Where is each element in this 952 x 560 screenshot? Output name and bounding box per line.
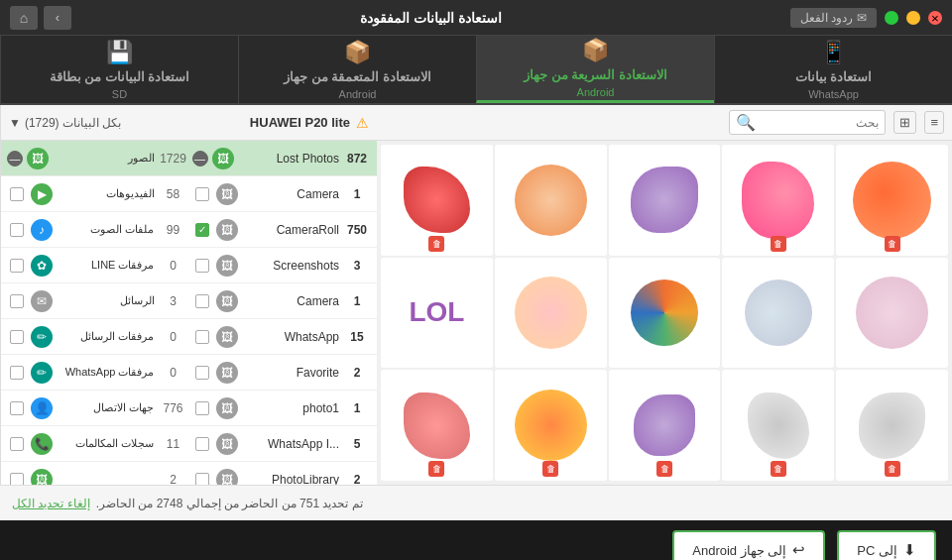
photo-cell[interactable] — [495, 258, 607, 369]
checkbox[interactable] — [195, 473, 209, 486]
restore-to-pc-button[interactable]: ⬇ إلى PC — [837, 530, 936, 560]
checkbox-right[interactable] — [10, 187, 24, 201]
tab-android-deep-main: الاستعادة المتعمقة من جهاز — [284, 69, 431, 84]
file-row[interactable]: 1 Camera 🖼 58 الفيديوهات ▶ — [1, 176, 377, 212]
file-type-icon: 🖼 — [216, 326, 238, 348]
checkbox[interactable] — [195, 366, 209, 380]
title-bar-controls: × ✉ ردود الفعل — [790, 8, 942, 28]
checkbox-right[interactable] — [10, 473, 24, 486]
file-row[interactable]: 750 CameraRoll 🖼 ✓ 99 ملفات الصوت ♪ — [1, 212, 377, 248]
checkbox[interactable] — [195, 294, 209, 308]
arabic-name: الصور — [53, 152, 155, 165]
delete-badge: 🗑 — [656, 461, 672, 477]
tab-android-quick-icon: 📦 — [582, 38, 609, 63]
photo-thumbnail — [634, 394, 695, 455]
feedback-button[interactable]: ✉ ردود الفعل — [790, 8, 877, 28]
file-num: 776 — [159, 401, 188, 415]
photo-grid: 🗑 🗑 🗑 — [377, 141, 952, 485]
file-type-icon: 🖼 — [216, 469, 238, 486]
photo-thumbnail — [631, 167, 698, 233]
android-icon: ↩ — [792, 541, 805, 559]
checkbox-right[interactable] — [10, 330, 24, 344]
file-row[interactable]: 3 Screenshots 🖼 0 مرفقات LINE ✿ — [1, 248, 377, 283]
photo-thumbnail — [404, 392, 471, 459]
tab-whatsapp[interactable]: 📱 استعادة بيانات WhatsApp — [714, 36, 952, 103]
file-row[interactable]: 872 Lost Photos 🖼 — 1729 الصور 🖼 — — [1, 141, 377, 176]
minimize-button[interactable] — [906, 11, 920, 25]
checkbox-right[interactable] — [10, 401, 24, 415]
photo-thumbnail — [856, 277, 928, 349]
minus-button-right[interactable]: — — [7, 151, 23, 167]
file-count: 1 — [343, 187, 371, 201]
photo-cell[interactable]: 🗑 — [836, 370, 948, 481]
file-name: Camera — [242, 294, 340, 308]
checkbox-right[interactable] — [10, 366, 24, 380]
checkbox[interactable] — [195, 187, 209, 201]
photo-cell[interactable] — [495, 145, 607, 256]
tab-android-deep[interactable]: 📦 الاستعادة المتعمقة من جهاز Android — [238, 36, 476, 103]
checkbox-right[interactable] — [10, 437, 24, 451]
checkbox[interactable] — [195, 330, 209, 344]
deselect-all-link[interactable]: إلغاء تحديد الكل — [12, 497, 90, 510]
tab-android-quick[interactable]: 📦 الاستعادة السريعة من جهاز Android — [476, 36, 714, 103]
arabic-type-icon: ✉ — [31, 290, 53, 312]
photo-thumbnail: LOL — [401, 277, 473, 349]
file-row[interactable]: 1 photo1 🖼 776 جهات الاتصال 👤 — [1, 391, 377, 426]
file-type-icon: 🖼 — [216, 219, 238, 241]
photo-cell[interactable]: 🗑 — [836, 145, 948, 256]
feedback-icon: ✉ — [857, 11, 867, 25]
file-row[interactable]: 2 PhotoLibrary 🖼 2 🖼 — [1, 462, 377, 485]
file-type-icon: 🖼 — [216, 183, 238, 205]
right-panel: ⚠ HUAWEI P20 lite بكل البيانات (1729) ▼ … — [0, 105, 377, 485]
file-num: 3 — [159, 294, 188, 308]
file-row[interactable]: 15 WhatsApp 🖼 0 مرفقات الرسائل ✏ — [1, 319, 377, 355]
photo-cell[interactable]: 🗑 — [381, 145, 493, 256]
photo-cell[interactable]: 🗑 — [722, 370, 834, 481]
close-button[interactable]: × — [928, 11, 942, 25]
search-box: 🔍 — [729, 110, 886, 135]
maximize-button[interactable] — [885, 11, 898, 25]
file-num: 0 — [159, 366, 188, 380]
checkbox[interactable] — [195, 401, 209, 415]
photo-cell[interactable]: 🗑 — [609, 370, 721, 481]
status-text: تم تحديد 751 من الحاضر من إجمالي 2748 من… — [96, 497, 363, 510]
file-row[interactable]: 1 Camera 🖼 3 الرسائل ✉ — [1, 283, 377, 319]
checkbox[interactable] — [195, 259, 209, 273]
checkbox-right[interactable] — [10, 223, 24, 237]
photo-cell[interactable] — [609, 145, 721, 256]
photo-cell[interactable]: 🗑 — [381, 370, 493, 481]
photo-cell[interactable]: 🗑 — [495, 370, 607, 481]
minus-button[interactable]: — — [192, 151, 208, 167]
download-icon: ⬇ — [903, 541, 916, 559]
arabic-type-icon: 🖼 — [27, 148, 49, 169]
arabic-type-icon: ▶ — [31, 183, 53, 205]
photo-cell[interactable] — [836, 258, 948, 369]
checkbox-right[interactable] — [10, 294, 24, 308]
file-type-icon: 🖼 — [216, 255, 238, 277]
grid-view-button[interactable]: ⊞ — [893, 111, 916, 134]
photo-cell[interactable] — [609, 258, 721, 369]
left-panel: ≡ ⊞ 🔍 🗑 🗑 — [377, 105, 952, 485]
search-input[interactable] — [760, 116, 879, 130]
photo-thumbnail — [515, 390, 587, 462]
photo-cell[interactable] — [722, 258, 834, 369]
checkbox[interactable]: ✓ — [195, 223, 209, 237]
list-view-button[interactable]: ≡ — [924, 111, 944, 134]
home-button[interactable]: ⌂ — [10, 6, 38, 30]
status-bar: تم تحديد 751 من الحاضر من إجمالي 2748 من… — [0, 485, 952, 520]
photo-cell[interactable]: LOL — [381, 258, 493, 369]
delete-badge: 🗑 — [428, 236, 444, 252]
restore-to-android-button[interactable]: ↩ إلى جهاز Android — [672, 530, 825, 560]
checkbox-right[interactable] — [10, 259, 24, 273]
checkbox[interactable] — [195, 437, 209, 451]
filter-dropdown[interactable]: بكل البيانات (1729) ▼ — [9, 116, 121, 130]
file-row[interactable]: 2 Favorite 🖼 0 مرفقات WhatsApp ✏ — [1, 355, 377, 391]
tab-sd[interactable]: 💾 استعادة البيانات من بطاقة SD — [0, 36, 238, 103]
file-count: 5 — [343, 437, 371, 451]
tab-whatsapp-main: استعادة بيانات — [795, 69, 873, 84]
action-bar: ⬇ إلى PC ↩ إلى جهاز Android — [0, 520, 952, 560]
nav-next-button[interactable]: › — [44, 6, 71, 30]
photo-thumbnail — [742, 162, 814, 239]
file-row[interactable]: 5 ...WhatsApp I 🖼 11 سجلات المكالمات 📞 — [1, 426, 377, 462]
photo-cell[interactable]: 🗑 — [722, 145, 834, 256]
